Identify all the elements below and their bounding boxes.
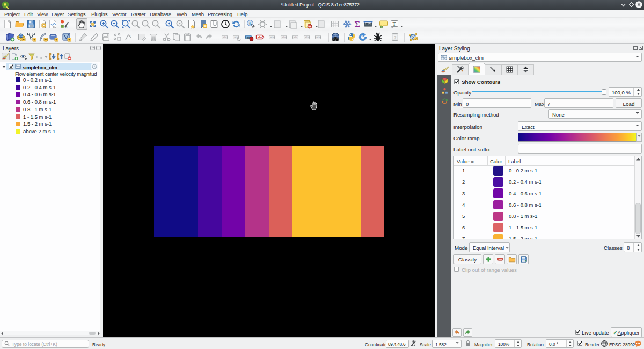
svg-text:Σ: Σ <box>355 20 360 29</box>
svg-text:abc: abc <box>234 35 239 39</box>
svg-text:abc: abc <box>270 35 275 39</box>
svg-text:abc: abc <box>282 35 287 39</box>
svg-text:abc: abc <box>305 35 310 39</box>
svg-text:?: ? <box>394 35 397 40</box>
svg-text:abc: abc <box>316 35 321 39</box>
svg-text:T: T <box>393 20 396 26</box>
svg-text:ε: ε <box>36 54 38 59</box>
svg-text:abc: abc <box>223 35 228 39</box>
svg-text:a: a <box>65 25 68 29</box>
svg-text:abc: abc <box>294 35 298 39</box>
svg-text:abc: abc <box>258 35 264 39</box>
svg-text:x: x <box>129 33 131 38</box>
